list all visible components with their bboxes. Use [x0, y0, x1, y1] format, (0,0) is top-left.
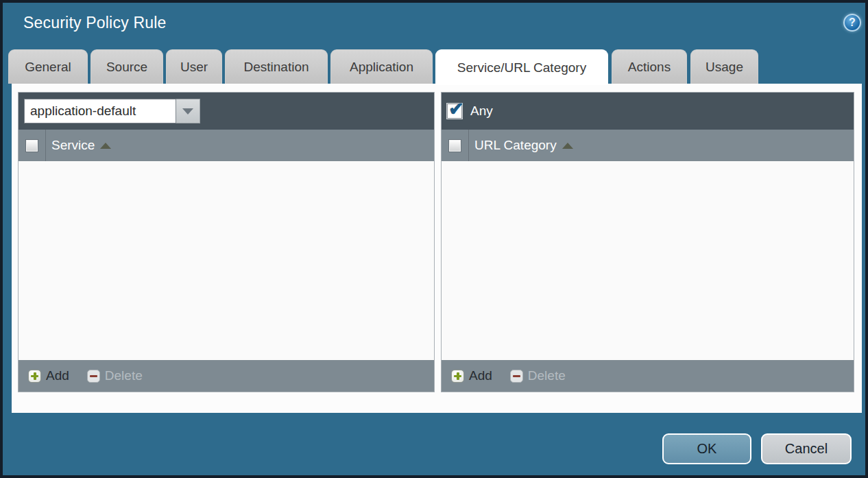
- chevron-down-icon: [182, 108, 193, 115]
- sort-ascending-icon[interactable]: [100, 143, 111, 149]
- security-policy-rule-dialog: Security Policy Rule ? General Source Us…: [0, 0, 868, 478]
- url-category-select-all-cell: [442, 130, 469, 161]
- delete-icon: [510, 370, 523, 383]
- checkmark-icon: ✔: [448, 98, 464, 120]
- tab-source[interactable]: Source: [91, 49, 163, 84]
- tab-general[interactable]: General: [8, 49, 88, 84]
- tab-content: Service Add Delete: [12, 84, 862, 413]
- service-column-header[interactable]: Service: [51, 138, 95, 153]
- tab-service-url-category[interactable]: Service/URL Category: [435, 49, 608, 85]
- tab-bar: General Source User Destination Applicat…: [8, 49, 758, 84]
- sort-ascending-icon[interactable]: [562, 143, 573, 149]
- service-footer: Add Delete: [19, 360, 434, 392]
- service-select-all-cell: [19, 130, 46, 161]
- add-button-label: Add: [46, 368, 69, 383]
- url-category-toolbar: ✔ Any: [442, 93, 854, 130]
- service-table-header: Service: [19, 130, 434, 161]
- ok-button[interactable]: OK: [662, 433, 751, 464]
- tab-usage[interactable]: Usage: [690, 49, 758, 84]
- url-category-list-area[interactable]: [442, 161, 854, 360]
- service-list-area[interactable]: [19, 161, 434, 360]
- service-add-button[interactable]: Add: [28, 368, 69, 383]
- dialog-title: Security Policy Rule: [23, 14, 167, 32]
- url-category-column-header[interactable]: URL Category: [474, 138, 557, 153]
- url-category-footer: Add Delete: [442, 360, 854, 392]
- add-icon: [28, 370, 41, 383]
- url-category-add-button[interactable]: Add: [451, 368, 492, 383]
- add-button-label: Add: [469, 368, 492, 383]
- tab-destination[interactable]: Destination: [225, 49, 328, 84]
- add-icon: [451, 370, 464, 383]
- service-select-all-checkbox[interactable]: [26, 140, 38, 152]
- tab-user[interactable]: User: [166, 49, 222, 84]
- delete-button-label: Delete: [105, 368, 143, 383]
- any-checkbox-label: Any: [470, 104, 493, 119]
- service-panel: Service Add Delete: [18, 92, 435, 392]
- tab-application[interactable]: Application: [330, 49, 433, 84]
- delete-icon: [87, 370, 100, 383]
- url-category-delete-button[interactable]: Delete: [510, 368, 566, 383]
- service-type-combobox: [24, 99, 200, 123]
- any-checkbox[interactable]: ✔: [447, 104, 462, 119]
- help-icon[interactable]: ?: [843, 14, 861, 32]
- service-type-dropdown-button[interactable]: [176, 99, 200, 123]
- tab-actions[interactable]: Actions: [612, 49, 687, 84]
- service-type-input[interactable]: [24, 99, 176, 123]
- service-toolbar: [19, 93, 434, 130]
- delete-button-label: Delete: [528, 368, 566, 383]
- url-category-table-header: URL Category: [442, 130, 854, 161]
- url-category-panel: ✔ Any URL Category Add: [441, 92, 854, 392]
- service-delete-button[interactable]: Delete: [87, 368, 143, 383]
- url-category-select-all-checkbox[interactable]: [449, 140, 461, 152]
- cancel-button[interactable]: Cancel: [761, 433, 852, 464]
